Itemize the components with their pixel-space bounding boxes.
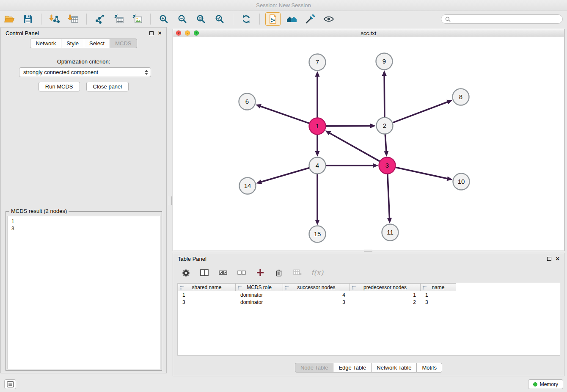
edge-3-10[interactable]	[396, 167, 453, 181]
cell-name[interactable]: 3	[421, 299, 456, 305]
cell-predecessor-nodes[interactable]: 2	[350, 299, 421, 305]
edge-1-7[interactable]	[315, 71, 320, 118]
graph-node-14[interactable]: 14	[239, 178, 256, 194]
float-panel-icon[interactable]	[149, 31, 154, 35]
title-bar[interactable]: Session: New Session	[0, 0, 567, 11]
delete-table-button-disabled[interactable]	[292, 268, 303, 278]
close-panel-button[interactable]: Close panel	[86, 82, 129, 91]
edge-4-3[interactable]	[326, 163, 378, 168]
tab-style[interactable]: Style	[61, 39, 84, 48]
cell-name[interactable]: 1	[421, 292, 456, 298]
graph-node-2[interactable]: 2	[377, 118, 393, 134]
cell-shared-name[interactable]: 1	[178, 292, 236, 298]
graph-node-11[interactable]: 11	[382, 224, 399, 241]
minimize-window-icon[interactable]: -	[185, 30, 190, 36]
share-document-button[interactable]	[265, 12, 281, 26]
cell-successor-nodes[interactable]: 4	[283, 292, 350, 298]
memory-button[interactable]: Memory	[528, 379, 563, 389]
table-settings-button[interactable]	[181, 268, 191, 278]
window-controls: x - +	[176, 30, 199, 36]
float-table-panel-icon[interactable]	[547, 257, 551, 261]
table-tab-node-table[interactable]: Node Table	[295, 363, 334, 373]
criterion-dropdown[interactable]: strongly connected component	[19, 67, 151, 77]
close-table-panel-icon[interactable]	[556, 257, 559, 261]
cell-shared-name[interactable]: 3	[178, 299, 236, 305]
tab-network[interactable]: Network	[30, 39, 61, 48]
edge-2-9[interactable]	[382, 70, 387, 117]
graph-node-9[interactable]: 9	[376, 53, 393, 70]
create-column-button[interactable]	[255, 268, 265, 278]
show-columns-button[interactable]	[199, 268, 209, 278]
save-session-button[interactable]	[20, 12, 36, 26]
cell-successor-nodes[interactable]: 3	[283, 299, 350, 305]
close-window-icon[interactable]: x	[176, 30, 181, 36]
delete-column-button[interactable]	[274, 268, 284, 278]
table-row[interactable]: 3dominator323	[178, 298, 560, 306]
network-window-titlebar[interactable]: x - + scc.txt	[173, 29, 564, 37]
table-tab-edge-table[interactable]: Edge Table	[333, 363, 372, 373]
edge-2-8[interactable]	[393, 100, 453, 123]
show-graphics-details-button[interactable]	[321, 12, 336, 26]
edge-4-15[interactable]	[315, 174, 320, 225]
edge-1-4[interactable]	[315, 135, 320, 157]
graph-node-3[interactable]: 3	[379, 157, 396, 174]
home-button[interactable]	[284, 12, 299, 26]
edge-2-3[interactable]	[384, 134, 388, 157]
column-header-shared-name[interactable]: shared name	[178, 283, 236, 291]
open-session-button[interactable]	[2, 12, 17, 26]
column-header-predecessor-nodes[interactable]: predecessor nodes	[350, 283, 421, 291]
column-header-successor-nodes[interactable]: successor nodes	[283, 283, 350, 291]
control-panel-tabs: NetworkStyleSelectMCDS	[1, 39, 166, 48]
function-builder-button-disabled[interactable]: f(x)	[311, 268, 323, 277]
column-header-label: shared name	[192, 284, 221, 290]
edge-3-11[interactable]	[387, 174, 392, 224]
graph-node-6[interactable]: 6	[239, 94, 256, 110]
run-mcds-button[interactable]: Run MCDS	[39, 82, 80, 91]
edge-1-6[interactable]	[256, 104, 309, 123]
vertical-splitter-grip[interactable]	[169, 196, 172, 205]
tab-mcds[interactable]: MCDS	[110, 39, 137, 48]
edge-1-2[interactable]	[326, 124, 376, 128]
horizontal-splitter-grip[interactable]	[364, 249, 372, 252]
network-view-window: x - + scc.txt 7968124314101511	[173, 29, 564, 251]
select-all-columns-button[interactable]	[218, 268, 228, 278]
graph-node-1[interactable]: 1	[309, 118, 326, 135]
zoom-out-button[interactable]	[175, 12, 190, 26]
maximize-window-icon[interactable]: +	[194, 30, 199, 36]
network-canvas[interactable]: 7968124314101511	[173, 37, 564, 250]
graph-node-10[interactable]: 10	[453, 174, 470, 190]
edge-3-1[interactable]	[325, 130, 380, 161]
import-network-button[interactable]	[47, 12, 62, 26]
deselect-all-columns-button[interactable]	[237, 268, 247, 278]
apply-style-button[interactable]	[303, 12, 318, 26]
cell-predecessor-nodes[interactable]: 1	[350, 292, 421, 298]
graph-node-8[interactable]: 8	[453, 89, 469, 105]
zoom-in-button[interactable]	[156, 12, 171, 26]
import-table-button[interactable]	[66, 12, 81, 26]
close-panel-icon[interactable]	[158, 31, 162, 35]
export-table-button[interactable]	[111, 12, 126, 26]
search-box[interactable]	[441, 14, 563, 24]
tab-select[interactable]: Select	[84, 39, 110, 48]
graph-node-7[interactable]: 7	[309, 54, 326, 71]
column-header-name[interactable]: name	[421, 283, 456, 291]
task-history-button[interactable]	[4, 379, 16, 389]
refresh-button[interactable]	[239, 12, 254, 26]
export-image-button[interactable]	[129, 12, 145, 26]
zoom-selected-button[interactable]	[212, 12, 227, 26]
export-network-button[interactable]	[92, 12, 107, 26]
zoom-fit-icon	[196, 14, 206, 24]
control-panel-title: Control Panel	[6, 30, 39, 36]
search-input[interactable]	[453, 16, 559, 23]
graph-node-15[interactable]: 15	[309, 226, 326, 243]
zoom-fit-button[interactable]	[193, 12, 209, 26]
apply-style-brush-icon	[305, 14, 315, 24]
table-tab-motifs[interactable]: Motifs	[416, 363, 442, 373]
column-header-mcds-role[interactable]: MCDS role	[236, 283, 283, 291]
cell-mcds-role[interactable]: dominator	[236, 292, 283, 298]
table-row[interactable]: 1dominator411	[178, 291, 560, 298]
edge-4-14[interactable]	[256, 168, 309, 184]
table-tab-network-table[interactable]: Network Table	[371, 363, 417, 373]
cell-mcds-role[interactable]: dominator	[236, 299, 283, 305]
graph-node-4[interactable]: 4	[309, 157, 326, 174]
